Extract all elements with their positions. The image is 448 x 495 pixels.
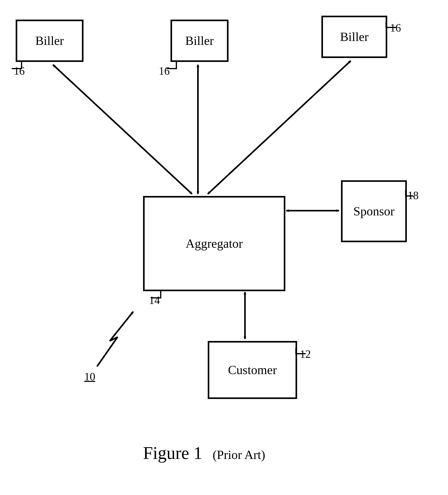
node-biller-left: Biller [16, 20, 84, 62]
node-label: Customer [228, 363, 277, 377]
ref-biller-left: 16 [14, 65, 25, 77]
node-label: Biller [185, 33, 214, 48]
node-customer: Customer [208, 341, 297, 399]
ref-biller-mid: 16 [159, 65, 170, 77]
system-leader [97, 312, 133, 366]
node-biller-mid: Biller [170, 20, 228, 62]
edge-biller-left-aggregator [53, 65, 192, 194]
node-biller-right: Biller [322, 16, 387, 58]
node-label: Sponsor [353, 204, 394, 219]
node-label: Biller [35, 33, 64, 48]
ref-aggregator: 14 [149, 294, 160, 306]
ref-biller-right: 16 [390, 22, 401, 34]
ref-system: 10 [84, 370, 95, 383]
ref-customer: 12 [300, 348, 311, 360]
diagram-stage: Biller Biller Biller Aggregator Sponsor … [0, 0, 448, 495]
node-sponsor: Sponsor [341, 180, 407, 242]
edge-biller-right-aggregator [208, 61, 351, 194]
node-aggregator: Aggregator [143, 196, 285, 291]
ref-sponsor: 18 [408, 189, 419, 202]
figure-caption: Figure 1 (Prior Art) [143, 443, 265, 463]
figure-subtitle: (Prior Art) [213, 448, 265, 462]
figure-title: Figure 1 [143, 443, 202, 463]
node-label: Biller [340, 30, 369, 44]
node-label: Aggregator [186, 236, 243, 251]
